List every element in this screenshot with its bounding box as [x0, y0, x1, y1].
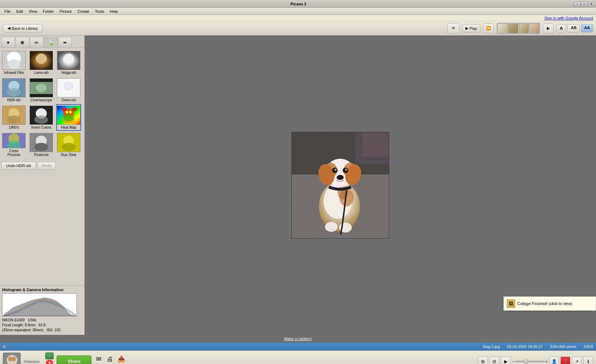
caption-bar: Make a caption!	[0, 335, 596, 343]
view-single-button[interactable]: ⊞	[478, 357, 488, 364]
prev-next-button[interactable]: ⏪	[483, 23, 494, 33]
effect-thumb-orton	[57, 78, 80, 97]
effect-holga-ish[interactable]: Holga-ish	[56, 49, 81, 76]
zoom-out-icon[interactable]: −	[512, 359, 514, 364]
back-to-library-button[interactable]: ◀ Back to Library	[3, 24, 42, 32]
effect-tab-text[interactable]: ✒	[58, 37, 72, 48]
menu-folder[interactable]: Folder	[40, 9, 57, 14]
effect-1960s[interactable]: 1960's	[1, 104, 26, 131]
effect-label-infrared: Infrared Film	[4, 71, 24, 75]
export-icon: 📤	[117, 355, 125, 363]
people-button[interactable]: 👤	[549, 357, 559, 364]
play-controls: ▶ Play	[462, 24, 480, 32]
upload-controls: ↑ ● ▾	[45, 352, 54, 364]
effect-label-posterize: Posterize	[34, 153, 49, 157]
effect-invert-colors[interactable]: Invert Colors	[29, 104, 54, 131]
text-style-ab-button[interactable]: AB	[568, 24, 580, 32]
effect-label-heatmap: Heat Map	[61, 125, 76, 129]
menu-view[interactable]: View	[26, 9, 40, 14]
menu-edit[interactable]: Edit	[14, 9, 26, 14]
histogram-chart	[2, 293, 77, 316]
menu-help[interactable]: Help	[107, 9, 121, 14]
effect-label-hdr: HDR-ish	[7, 98, 21, 102]
upload-dot-button[interactable]: ●	[46, 360, 53, 364]
focal-length: 8.0mm	[25, 323, 36, 327]
svg-point-38	[35, 143, 48, 151]
thumb-3[interactable]	[519, 23, 529, 33]
thumb-2[interactable]	[508, 23, 518, 33]
info-button[interactable]: ℹ	[583, 357, 593, 364]
status-icon[interactable]	[3, 345, 6, 348]
zoom-thumb[interactable]	[524, 359, 528, 364]
effect-hdr-ish[interactable]: HDR-ish	[1, 77, 26, 103]
effect-thumb-lomo	[30, 51, 53, 70]
dimensions: 334×360 pixels	[550, 344, 576, 349]
camera-model: NIKON E4300	[2, 318, 25, 322]
menu-create[interactable]: Create	[75, 9, 92, 14]
filename: Dog-2.jpg	[483, 344, 500, 349]
location-button[interactable]: 📍	[560, 357, 570, 364]
text-style-a-button[interactable]: A	[557, 24, 566, 32]
slideshow-button[interactable]: ▶	[501, 357, 511, 364]
histogram-section: Histogram & Camera Information N	[0, 285, 84, 335]
title-bar: Picasa 3 – □ ✕	[0, 0, 596, 8]
menu-tools[interactable]: Tools	[92, 9, 107, 14]
effect-label-holga: Holga-ish	[61, 71, 76, 75]
print-action[interactable]: 🖨 Print	[106, 355, 114, 364]
effect-label-crossprocess: Cross Process	[3, 149, 25, 157]
text-style-aa-button[interactable]: AA	[581, 24, 593, 32]
rotate-collage-button[interactable]: ⟳	[447, 23, 459, 34]
left-panel: ✦ ❋ ✏ 🍃 ✒ Infrared Film	[0, 36, 85, 335]
signin-link[interactable]: Sign in with Google Account	[544, 16, 593, 20]
redo-button[interactable]: Redo	[37, 162, 56, 170]
export-action[interactable]: 📤 Export	[116, 355, 127, 364]
email-action[interactable]: ✉ Email	[94, 355, 103, 364]
undo-button[interactable]: Undo HDR-ish	[1, 162, 36, 170]
notification-popup[interactable]: 🖼 Collage Finished! (click to view)	[503, 296, 596, 311]
effect-infrared-film[interactable]: Infrared Film	[1, 49, 26, 76]
zoom-track[interactable]	[515, 361, 544, 362]
photo-thumbnail-preview	[3, 353, 21, 364]
menu-picture[interactable]: Picture	[57, 9, 75, 14]
view-grid-button[interactable]: ⊟	[489, 357, 499, 364]
play-button[interactable]: ▶ Play	[463, 25, 480, 32]
svg-point-41	[62, 143, 76, 151]
menu-file[interactable]: File	[1, 9, 14, 14]
share-button[interactable]: Share	[57, 355, 91, 364]
svg-point-5	[36, 53, 47, 64]
effect-orton-ish[interactable]: Orton-ish	[56, 77, 81, 103]
svg-point-11	[7, 88, 21, 96]
effect-cross-process[interactable]: Cross Process	[1, 132, 26, 158]
svg-point-30	[62, 107, 67, 111]
minimize-button[interactable]: –	[574, 1, 580, 6]
share-social-button[interactable]: ↗	[572, 357, 582, 364]
effect-tab-basic[interactable]: ✦	[1, 37, 15, 48]
svg-point-8	[63, 53, 74, 64]
effect-tab-edit[interactable]: ✏	[30, 37, 43, 48]
close-button[interactable]: ✕	[588, 1, 595, 6]
next-button[interactable]: ▶	[543, 23, 554, 33]
effect-thumb-invert	[30, 106, 53, 125]
zoom-in-icon[interactable]: +	[545, 359, 548, 364]
upload-button[interactable]: ↑	[45, 352, 54, 359]
svg-point-29	[69, 111, 72, 113]
thumb-1[interactable]	[497, 23, 507, 33]
effect-duo-tone[interactable]: Duo-Tone	[56, 132, 81, 158]
effect-posterize[interactable]: Posterize	[29, 132, 54, 158]
aperture: f/2.8	[38, 323, 45, 327]
thumb-4[interactable]	[529, 23, 539, 33]
maximize-button[interactable]: □	[581, 1, 587, 6]
effect-heat-map[interactable]: Heat Map	[56, 104, 81, 131]
caption-text[interactable]: Make a caption!	[284, 337, 312, 341]
effect-lomo-ish[interactable]: Lomo-ish	[29, 49, 54, 76]
svg-rect-68	[292, 132, 389, 238]
svg-rect-14	[30, 94, 53, 97]
effect-tab-tuning[interactable]: ❋	[16, 37, 29, 48]
effect-thumb-cinemascope	[30, 78, 53, 97]
notification-text: Collage Finished! (click to view)	[517, 301, 572, 306]
histogram-info: NIKON E4300 1/34s Focal Length: 8.0mm f/…	[2, 318, 82, 333]
histogram-title: Histogram & Camera Information	[2, 288, 82, 292]
effect-tab-effects[interactable]: 🍃	[44, 37, 58, 48]
window-controls[interactable]: – □ ✕	[574, 1, 595, 6]
effect-cinemascope[interactable]: Cinemascope	[29, 77, 54, 103]
